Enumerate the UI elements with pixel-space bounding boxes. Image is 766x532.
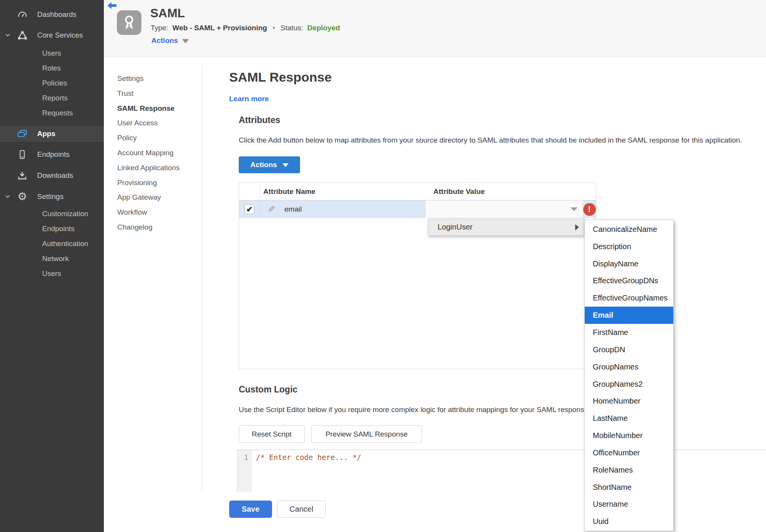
sidebar-item-users[interactable]: Users — [0, 46, 104, 61]
core-services-icon — [17, 30, 28, 41]
row-checkbox[interactable]: ✔ — [244, 204, 254, 214]
sidebar-item-settings-users[interactable]: Users — [0, 266, 104, 281]
script-editor[interactable]: 1 /* Enter code here... */ — [237, 450, 766, 492]
content-divider — [202, 66, 202, 491]
preview-saml-response-button[interactable]: Preview SAML Response — [311, 425, 422, 443]
sidebar-item-customization[interactable]: Customization — [0, 207, 104, 221]
mobile-device-icon — [17, 149, 28, 160]
subnav-item-workflow[interactable]: Workflow — [117, 205, 180, 220]
row-error-cell: ! — [583, 200, 596, 218]
attributes-heading: Attributes — [239, 115, 280, 125]
status-badge: Deployed — [307, 24, 340, 32]
menu-item-lastname[interactable]: LastName — [585, 410, 673, 427]
attribute-name-header: Attribute Name — [260, 183, 426, 200]
chevron-down-icon — [5, 32, 11, 38]
attribute-value-select[interactable] — [426, 200, 583, 218]
back-arrow-icon[interactable] — [107, 2, 117, 10]
subnav-item-provisioning[interactable]: Provisioning — [117, 176, 180, 190]
menu-item-effectivegroupnames[interactable]: EffectiveGroupNames — [585, 289, 673, 307]
sidebar-item-apps[interactable]: Apps — [0, 125, 104, 143]
sidebar-item-downloads[interactable]: Downloads — [0, 168, 104, 183]
menu-item-groupnames2[interactable]: GroupNames2 — [585, 376, 673, 393]
type-label: Type: — [151, 24, 168, 32]
meta-separator: • — [272, 24, 275, 32]
subnav-item-user-access[interactable]: User Access — [117, 116, 180, 131]
sidebar-item-settings-endpoints[interactable]: Endpoints — [0, 222, 104, 236]
attribute-name-value: email — [284, 205, 302, 213]
header-actions-menu[interactable]: Actions — [151, 36, 189, 45]
app-meta: Type: Web - SAML + Provisioning • Status… — [151, 24, 340, 32]
sidebar-item-reports[interactable]: Reports — [0, 91, 104, 105]
submenu-arrow-icon — [575, 224, 579, 230]
menu-item-username[interactable]: Username — [585, 496, 673, 513]
editor-line-number: 1 — [237, 450, 251, 492]
menu-item-homenumber[interactable]: HomeNumber — [585, 392, 673, 410]
learn-more-link[interactable]: Learn more — [229, 95, 269, 103]
award-ribbon-icon — [117, 10, 141, 35]
select-column-header — [239, 183, 260, 200]
sidebar-item-roles[interactable]: Roles — [0, 61, 104, 76]
menu-item-firstname[interactable]: FirstName — [585, 324, 673, 341]
menu-item-rolenames[interactable]: RoleNames — [585, 461, 673, 479]
subnav-item-app-gateway[interactable]: App Gateway — [117, 190, 180, 205]
download-icon — [17, 170, 28, 181]
custom-logic-heading: Custom Logic — [239, 384, 297, 395]
subnav-item-settings[interactable]: Settings — [117, 71, 180, 86]
sidebar-item-policies[interactable]: Policies — [0, 76, 104, 90]
dropdown-parent-loginuser[interactable]: LoginUser — [428, 218, 584, 236]
menu-item-description[interactable]: Description — [585, 238, 673, 255]
attribute-value-submenu: CanonicalizeName Description DisplayName… — [584, 220, 674, 531]
sidebar-item-endpoints[interactable]: Endpoints — [0, 147, 104, 162]
sidebar-item-network[interactable]: Network — [0, 251, 104, 266]
menu-item-email[interactable]: Email — [585, 307, 673, 324]
edit-pencil-icon[interactable]: ✎ — [268, 204, 275, 215]
error-icon: ! — [583, 203, 596, 216]
sidebar-item-core-services[interactable]: Core Services — [0, 28, 104, 43]
sidebar-item-authentication[interactable]: Authentication — [0, 236, 104, 251]
caret-down-icon — [182, 39, 189, 43]
table-header: Attribute Name Attribute Value — [239, 183, 596, 200]
attributes-table: Attribute Name Attribute Value ✔ ✎ email… — [239, 182, 596, 369]
page-title: SAML — [150, 6, 185, 20]
status-label: Status: — [280, 24, 303, 32]
menu-item-officenumber[interactable]: OfficeNumber — [585, 444, 673, 461]
menu-item-groupdn[interactable]: GroupDN — [585, 341, 673, 358]
section-title: SAML Response — [229, 70, 332, 85]
reset-script-button[interactable]: Reset Script — [239, 425, 305, 443]
gear-icon: ⚙ — [17, 191, 28, 202]
subnav-item-account-mapping[interactable]: Account Mapping — [117, 146, 180, 161]
sidebar-item-settings[interactable]: ⚙ Settings — [0, 189, 104, 204]
menu-item-uuid[interactable]: Uuid — [585, 513, 673, 530]
sidebar-item-requests[interactable]: Requests — [0, 106, 104, 120]
menu-item-displayname[interactable]: DisplayName — [585, 255, 673, 273]
custom-logic-description: Use the Script Editor below if you requi… — [239, 406, 590, 414]
chevron-down-icon — [5, 194, 11, 200]
subnav-item-saml-response[interactable]: SAML Response — [117, 101, 180, 116]
subnav-item-linked-applications[interactable]: Linked Applications — [117, 161, 180, 176]
menu-item-groupnames[interactable]: GroupNames — [585, 358, 673, 376]
app-window: Dashboards Core Services Users Roles Pol… — [0, 0, 766, 532]
type-value: Web - SAML + Provisioning — [172, 24, 267, 32]
menu-item-shortname[interactable]: ShortName — [585, 479, 673, 496]
apps-icon — [17, 128, 28, 139]
attributes-actions-button[interactable]: Actions — [239, 156, 300, 173]
menu-item-effectivegroupdns[interactable]: EffectiveGroupDNs — [585, 273, 673, 290]
subnav-item-policy[interactable]: Policy — [117, 131, 180, 146]
sidebar-item-dashboards[interactable]: Dashboards — [0, 7, 104, 22]
attributes-description: Click the Add button below to map attrib… — [239, 136, 742, 144]
editor-code[interactable]: /* Enter code here... */ — [251, 450, 361, 492]
caret-down-icon — [282, 163, 289, 167]
cancel-button[interactable]: Cancel — [277, 501, 326, 518]
gauge-icon — [17, 9, 28, 20]
menu-item-mobilenumber[interactable]: MobileNumber — [585, 427, 673, 444]
menu-item-canonicalizename[interactable]: CanonicalizeName — [585, 221, 673, 238]
app-subnav: Settings Trust SAML Response User Access… — [117, 71, 180, 235]
attribute-value-header: Attribute Value — [426, 183, 596, 200]
row-select-cell: ✔ — [239, 200, 260, 218]
dropdown-caret-icon — [571, 207, 577, 211]
sidebar: Dashboards Core Services Users Roles Pol… — [0, 0, 104, 532]
subnav-item-changelog[interactable]: Changelog — [117, 220, 180, 235]
subnav-item-trust[interactable]: Trust — [117, 86, 180, 101]
table-row[interactable]: ✔ ✎ email ! — [239, 200, 596, 218]
save-button[interactable]: Save — [229, 501, 272, 518]
